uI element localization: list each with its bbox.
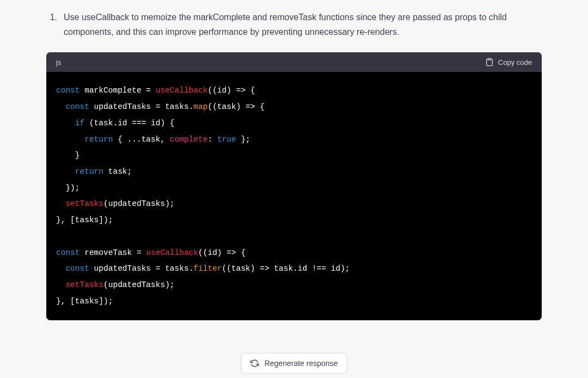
clipboard-icon — [485, 58, 494, 66]
copy-code-label: Copy code — [498, 58, 532, 66]
svg-rect-0 — [488, 59, 491, 60]
ordered-list-item: 1. Use useCallback to memoize the markCo… — [46, 10, 542, 39]
copy-code-button[interactable]: Copy code — [485, 58, 532, 66]
code-block: js Copy code const markComplete = useCal… — [46, 52, 542, 320]
regenerate-label: Regenerate response — [265, 359, 338, 368]
list-number: 1. — [46, 10, 57, 39]
code-header: js Copy code — [46, 52, 542, 72]
regenerate-icon — [250, 359, 259, 368]
list-text: Use useCallback to memoize the markCompl… — [64, 10, 542, 39]
code-body[interactable]: const markComplete = useCallback((id) =>… — [46, 72, 542, 320]
code-language-label: js — [56, 58, 61, 66]
message-content: 1. Use useCallback to memoize the markCo… — [0, 10, 588, 320]
regenerate-response-button[interactable]: Regenerate response — [241, 353, 347, 374]
